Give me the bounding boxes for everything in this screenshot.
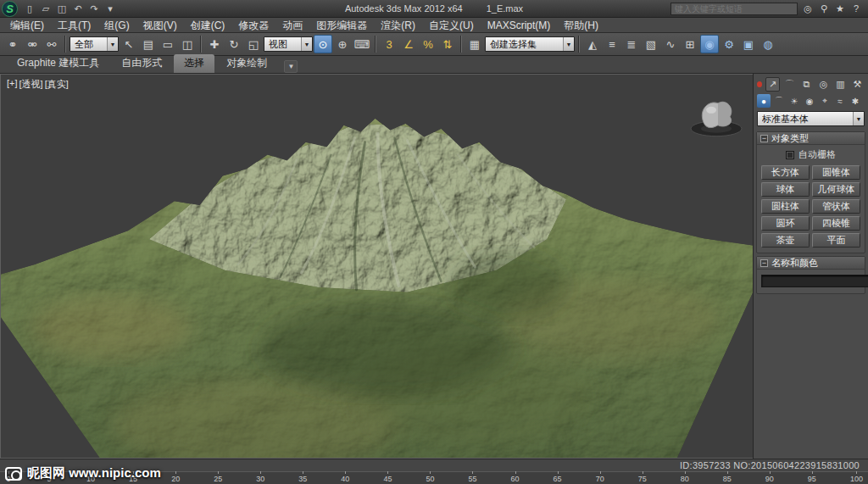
select-object-icon[interactable]: ↖	[120, 35, 138, 53]
toolbar-separator	[375, 36, 376, 53]
app-window: S ▯▱◫↶↷▾ Autodesk 3ds Max 2012 x641_E.ma…	[0, 0, 868, 484]
menu-item[interactable]: 视图(V)	[136, 18, 184, 32]
display-tab-icon[interactable]: ▥	[833, 77, 848, 92]
schematic-view-icon[interactable]: ⊞	[681, 35, 699, 53]
search-icon[interactable]: ⚲	[817, 2, 831, 15]
ribbon-tab[interactable]: 选择	[174, 54, 214, 73]
motion-tab-icon[interactable]: ◎	[816, 77, 831, 92]
window-crossing-icon[interactable]: ◫	[178, 35, 197, 53]
graphite-ribbon-toggle-icon[interactable]: ▧	[642, 35, 660, 53]
new-file-icon[interactable]: ▯	[22, 2, 37, 15]
render-setup-icon[interactable]: ⚙	[720, 35, 738, 53]
bind-to-space-warp-icon[interactable]: ⚯	[42, 35, 61, 53]
communication-center-icon[interactable]: ◎	[801, 2, 815, 15]
object-name-input[interactable]	[761, 275, 868, 287]
spinner-snap-icon[interactable]: ⇅	[438, 35, 457, 53]
menu-item[interactable]: 编辑(E)	[3, 18, 51, 32]
select-and-move-icon[interactable]: ✚	[205, 35, 224, 53]
menu-item[interactable]: 图形编辑器	[309, 18, 374, 32]
use-pivot-center-icon[interactable]: ⊙	[314, 35, 332, 53]
menu-item[interactable]: 组(G)	[97, 18, 136, 32]
menu-item[interactable]: 动画	[275, 18, 309, 32]
menu-item[interactable]: 自定义(U)	[422, 18, 481, 32]
viewport-shading-menu[interactable]: [真实]	[45, 78, 69, 91]
primitive-type-dropdown[interactable]: 标准基本体▼	[757, 111, 865, 126]
space-warps-category-icon[interactable]: ≈	[833, 94, 847, 108]
geometry-category-icon[interactable]: ●	[757, 94, 771, 108]
angle-snap-icon[interactable]: ∠	[399, 35, 418, 53]
coordinate-system-dropdown[interactable]: 视图▼	[264, 36, 313, 52]
frame-tick: 100	[850, 471, 863, 483]
utilities-tab-icon[interactable]: ⚒	[850, 77, 865, 92]
primitive-button[interactable]: 圆锥体	[812, 165, 860, 180]
object-type-rollout-header[interactable]: − 对象类型	[757, 132, 865, 145]
autogrid-label: 自动栅格	[798, 148, 836, 161]
open-file-icon[interactable]: ▱	[38, 2, 53, 15]
save-file-icon[interactable]: ◫	[54, 2, 70, 15]
primitive-button[interactable]: 四棱锥	[812, 216, 860, 231]
menu-item[interactable]: 渲染(R)	[374, 18, 422, 32]
primitive-button[interactable]: 长方体	[761, 165, 810, 180]
command-panel: ↗⌒⧉◎▥⚒ ●⌒☀◉⌖≈✱ 标准基本体▼ − 对象类型 自动栅格	[753, 74, 868, 459]
selection-filter-dropdown[interactable]: 全部▼	[70, 36, 119, 52]
create-tab-icon[interactable]: ↗	[765, 77, 780, 92]
menu-item[interactable]: 修改器	[231, 18, 275, 32]
select-by-name-icon[interactable]: ▤	[139, 35, 158, 53]
keyboard-override-icon[interactable]: ⌨	[353, 35, 371, 53]
perspective-viewport[interactable]: [+] [透视] [真实]	[0, 74, 753, 459]
modify-tab-icon[interactable]: ⌒	[782, 77, 797, 92]
search-input[interactable]	[670, 3, 798, 15]
ribbon-tab[interactable]: 对象绘制	[216, 54, 277, 73]
select-and-manipulate-icon[interactable]: ⊕	[333, 35, 352, 53]
primitive-button[interactable]: 茶壶	[761, 233, 810, 248]
ribbon-tab[interactable]: 自由形式	[111, 54, 172, 73]
undo-icon[interactable]: ↶	[70, 2, 86, 15]
select-and-link-icon[interactable]: ⚭	[3, 35, 22, 53]
percent-snap-icon[interactable]: %	[419, 35, 437, 53]
primitive-button[interactable]: 几何球体	[812, 182, 860, 197]
primitive-button[interactable]: 圆柱体	[761, 199, 810, 214]
render-production-icon[interactable]: ◍	[759, 35, 777, 53]
autogrid-checkbox[interactable]	[786, 151, 794, 159]
name-color-rollout-header[interactable]: − 名称和颜色	[757, 257, 865, 270]
quick-access-menu-icon[interactable]: ▾	[103, 2, 118, 15]
menu-item[interactable]: 帮助(H)	[557, 18, 605, 32]
primitive-button[interactable]: 圆环	[761, 216, 810, 231]
redo-icon[interactable]: ↷	[86, 2, 102, 15]
primitive-button[interactable]: 管状体	[812, 199, 860, 214]
select-and-rotate-icon[interactable]: ↻	[225, 35, 243, 53]
helpers-category-icon[interactable]: ⌖	[818, 94, 832, 108]
favorites-icon[interactable]: ★	[833, 2, 847, 15]
systems-category-icon[interactable]: ✱	[849, 94, 862, 108]
chevron-down-icon: ▼	[107, 37, 118, 51]
lights-category-icon[interactable]: ☀	[787, 94, 801, 108]
curve-editor-icon[interactable]: ∿	[661, 35, 680, 53]
unlink-selection-icon[interactable]: ⚮	[23, 35, 42, 53]
select-and-scale-icon[interactable]: ◱	[244, 35, 263, 53]
material-editor-icon[interactable]: ◉	[700, 35, 719, 53]
viewport-general-menu[interactable]: [+]	[7, 78, 18, 91]
ribbon-collapse-icon[interactable]: ▼	[284, 60, 298, 73]
hierarchy-tab-icon[interactable]: ⧉	[799, 77, 814, 92]
edit-named-selection-sets-icon[interactable]: ▦	[465, 35, 484, 53]
help-icon[interactable]: ?	[849, 2, 863, 15]
named-selection-sets-dropdown[interactable]: 创建选择集▼	[485, 36, 575, 52]
mirror-icon[interactable]: ◭	[583, 35, 602, 53]
ribbon-tab[interactable]: Graphite 建模工具	[7, 54, 109, 73]
main-toolbar: ⚭⚮⚯ 全部▼ ↖▤▭◫ ✚↻◱ 视图▼ ⊙⊕⌨ 3∠%⇅ ▦ 创建选择集▼	[0, 33, 868, 56]
command-panel-tabs: ↗⌒⧉◎▥⚒	[756, 75, 865, 92]
primitive-button[interactable]: 平面	[812, 233, 860, 248]
selection-region-icon[interactable]: ▭	[159, 35, 177, 53]
viewport-pov-menu[interactable]: [透视]	[19, 78, 43, 91]
align-icon[interactable]: ≡	[603, 35, 621, 53]
layer-manager-icon[interactable]: ≣	[622, 35, 641, 53]
menu-item[interactable]: 创建(C)	[184, 18, 232, 32]
snaps-toggle-3-icon[interactable]: 3	[380, 35, 398, 53]
shapes-category-icon[interactable]: ⌒	[772, 94, 786, 108]
menu-item[interactable]: MAXScript(M)	[481, 18, 558, 32]
rendered-frame-icon[interactable]: ▣	[739, 35, 758, 53]
cameras-category-icon[interactable]: ◉	[803, 94, 816, 108]
menu-item[interactable]: 工具(T)	[51, 18, 97, 32]
primitive-button[interactable]: 球体	[761, 182, 810, 197]
chevron-down-icon: ▼	[563, 37, 574, 51]
